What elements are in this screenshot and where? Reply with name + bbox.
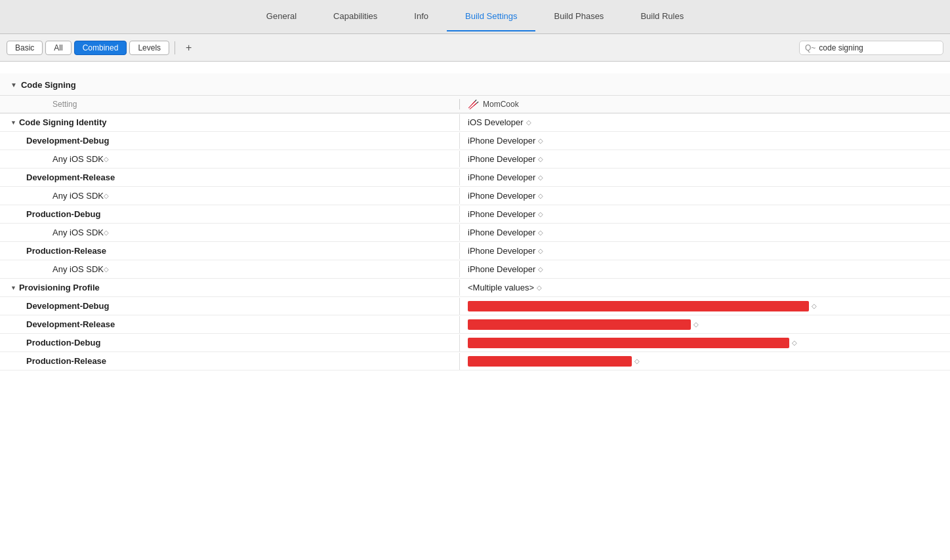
redacted-value-prov-dev-debug	[468, 301, 809, 311]
search-box: Q~	[799, 41, 943, 55]
setting-label-prov-dev-release: Development-Release	[26, 319, 115, 329]
stepper-dev-release: ◇	[538, 174, 543, 181]
stepper-prov-dev-debug: ◇	[812, 302, 817, 310]
value-text-prod-release-ios-sdk: iPhone Developer	[468, 264, 535, 274]
row-prod-debug[interactable]: Production-DebugiPhone Developer ◇	[0, 205, 950, 224]
setting-prod-debug: Production-Debug	[0, 206, 459, 222]
value-text-prod-debug: iPhone Developer	[468, 209, 535, 219]
row-prod-release[interactable]: Production-ReleaseiPhone Developer ◇	[0, 242, 950, 260]
row-triangle-code-signing-identity[interactable]: ▼	[10, 119, 16, 126]
row-prov-prod-release[interactable]: Production-Release ◇	[0, 352, 950, 370]
project-name: MomCook	[483, 100, 519, 109]
setting-stepper-dev-release-ios-sdk: ◇	[104, 192, 109, 199]
value-text-dev-release: iPhone Developer	[468, 172, 535, 182]
row-prod-debug-ios-sdk[interactable]: Any iOS SDK ◇iPhone Developer ◇	[0, 224, 950, 242]
setting-dev-release-ios-sdk: Any iOS SDK ◇	[0, 188, 459, 204]
row-prov-dev-release[interactable]: Development-Release ◇	[0, 315, 950, 334]
tab-build-settings[interactable]: Build Settings	[447, 2, 536, 31]
setting-label-code-signing-identity: Code Signing Identity	[19, 117, 107, 127]
setting-prod-release-ios-sdk: Any iOS SDK ◇	[0, 261, 459, 277]
setting-prov-prod-release: Production-Release	[0, 353, 459, 369]
setting-label-prod-release: Production-Release	[26, 246, 106, 256]
collapse-triangle[interactable]: ▼	[10, 81, 17, 89]
setting-prov-prod-debug: Production-Debug	[0, 334, 459, 351]
setting-label-prov-prod-debug: Production-Debug	[26, 338, 100, 348]
project-icon: 🥢	[468, 99, 479, 110]
setting-stepper-prod-debug-ios-sdk: ◇	[104, 229, 109, 236]
setting-label-prov-dev-debug: Development-Debug	[26, 301, 109, 311]
row-triangle-provisioning-profile[interactable]: ▼	[10, 285, 16, 291]
setting-label-provisioning-profile: Provisioning Profile	[19, 283, 100, 292]
tab-general[interactable]: General	[248, 2, 315, 31]
code-signing-section-header: ▼ Code Signing	[0, 73, 950, 96]
stepper-dev-debug: ◇	[538, 137, 543, 144]
value-prod-release: iPhone Developer ◇	[459, 243, 950, 259]
setting-prod-debug-ios-sdk: Any iOS SDK ◇	[0, 224, 459, 241]
value-dev-debug: iPhone Developer ◇	[459, 132, 950, 149]
stepper-provisioning-profile: ◇	[537, 284, 542, 291]
value-text-provisioning-profile: <Multiple values>	[468, 283, 534, 292]
toolbar-divider	[175, 41, 175, 54]
stepper-prov-dev-release: ◇	[693, 321, 699, 328]
setting-provisioning-profile: ▼Provisioning Profile	[0, 279, 459, 296]
redacted-value-prov-dev-release	[468, 319, 691, 330]
build-settings-main: ▼ Code Signing Setting 🥢 MomCook ▼Code S…	[0, 62, 950, 560]
row-dev-debug[interactable]: Development-DebugiPhone Developer ◇	[0, 132, 950, 150]
stepper-prod-release: ◇	[538, 247, 543, 254]
setting-label-prov-prod-release: Production-Release	[26, 356, 106, 366]
setting-label-dev-release-ios-sdk: Any iOS SDK	[52, 191, 104, 201]
redacted-value-prov-prod-debug	[468, 338, 789, 348]
value-text-code-signing-identity: iOS Developer	[468, 117, 524, 127]
stepper-prov-prod-release: ◇	[634, 357, 640, 365]
setting-label-prod-debug: Production-Debug	[26, 209, 100, 219]
col-setting-header: Setting	[0, 100, 459, 109]
stepper-prod-debug: ◇	[538, 210, 543, 218]
row-code-signing-identity[interactable]: ▼Code Signing IdentityiOS Developer ◇	[0, 113, 950, 132]
combined-button[interactable]: Combined	[74, 41, 127, 55]
search-icon: Q~	[805, 43, 816, 52]
setting-dev-release: Development-Release	[0, 169, 459, 186]
value-code-signing-identity: iOS Developer ◇	[459, 114, 950, 130]
all-button[interactable]: All	[45, 41, 71, 55]
tab-build-rules[interactable]: Build Rules	[622, 2, 702, 31]
levels-button[interactable]: Levels	[129, 41, 169, 55]
value-dev-debug-ios-sdk: iPhone Developer ◇	[459, 151, 950, 167]
tab-info[interactable]: Info	[396, 2, 447, 31]
tab-capabilities[interactable]: Capabilities	[315, 2, 396, 31]
row-dev-release[interactable]: Development-ReleaseiPhone Developer ◇	[0, 169, 950, 187]
value-dev-release: iPhone Developer ◇	[459, 169, 950, 186]
row-prod-release-ios-sdk[interactable]: Any iOS SDK ◇iPhone Developer ◇	[0, 260, 950, 279]
settings-table: ▼Code Signing IdentityiOS Developer ◇Dev…	[0, 113, 950, 370]
stepper-prod-release-ios-sdk: ◇	[538, 266, 543, 273]
row-prov-dev-debug[interactable]: Development-Debug ◇	[0, 297, 950, 315]
add-button[interactable]: +	[180, 41, 197, 54]
value-prov-prod-release: ◇	[459, 353, 950, 370]
setting-dev-debug: Development-Debug	[0, 132, 459, 149]
setting-label-prod-debug-ios-sdk: Any iOS SDK	[52, 228, 104, 237]
column-headers: Setting 🥢 MomCook	[0, 96, 950, 113]
row-provisioning-profile[interactable]: ▼Provisioning Profile<Multiple values> ◇	[0, 279, 950, 297]
search-input[interactable]	[819, 43, 938, 52]
row-prov-prod-debug[interactable]: Production-Debug ◇	[0, 334, 950, 352]
value-prod-debug-ios-sdk: iPhone Developer ◇	[459, 224, 950, 241]
value-prov-dev-release: ◇	[459, 316, 950, 333]
setting-prod-release: Production-Release	[0, 243, 459, 259]
stepper-code-signing-identity: ◇	[526, 119, 531, 126]
basic-button[interactable]: Basic	[7, 41, 43, 55]
stepper-prod-debug-ios-sdk: ◇	[538, 229, 543, 236]
value-text-dev-release-ios-sdk: iPhone Developer	[468, 191, 535, 201]
tab-build-phases[interactable]: Build Phases	[535, 2, 622, 31]
toolbar: Basic All Combined Levels + Q~	[0, 34, 950, 62]
value-prod-debug: iPhone Developer ◇	[459, 206, 950, 222]
setting-stepper-prod-release-ios-sdk: ◇	[104, 266, 109, 273]
row-dev-release-ios-sdk[interactable]: Any iOS SDK ◇iPhone Developer ◇	[0, 187, 950, 205]
stepper-dev-release-ios-sdk: ◇	[538, 192, 543, 199]
col-project-header: 🥢 MomCook	[459, 99, 950, 110]
setting-prov-dev-release: Development-Release	[0, 316, 459, 332]
section-title: Code Signing	[21, 80, 76, 90]
redacted-value-prov-prod-release	[468, 356, 632, 367]
setting-dev-debug-ios-sdk: Any iOS SDK ◇	[0, 151, 459, 167]
row-dev-debug-ios-sdk[interactable]: Any iOS SDK ◇iPhone Developer ◇	[0, 150, 950, 169]
setting-label-prod-release-ios-sdk: Any iOS SDK	[52, 264, 104, 274]
setting-code-signing-identity: ▼Code Signing Identity	[0, 114, 459, 130]
